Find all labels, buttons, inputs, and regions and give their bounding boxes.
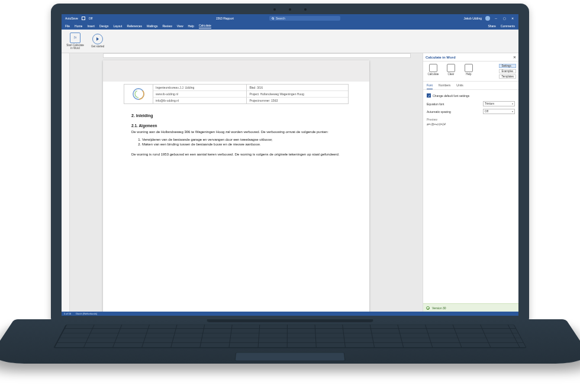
letterhead-table: Ingenieursbureau J.J. Udding Blad: 3/16 … [124,84,349,104]
auto-spacing-select[interactable]: Off▾ [483,109,515,114]
taskpane-close-icon[interactable]: ✕ [513,55,516,59]
autosave-label: AutoSave [65,17,78,20]
app-screen: AutoSave Off 1563 Rapport Search Jakob U… [62,14,518,316]
tp-tab-numbers[interactable]: Numbers [439,83,450,89]
taskpane-title-bar: Calculate in Word ✕ [423,53,518,61]
tab-help[interactable]: Help [188,24,194,28]
camera-dot [289,8,291,11]
taskpane: Calculate in Word ✕ Calculate Clear Help [423,53,518,312]
equation-font-label: Equation font [427,102,444,106]
tp-help-button[interactable]: Help [461,64,476,79]
para-intro: De woning aan de Hollandseweg 306 te Wag… [131,129,344,134]
tab-review[interactable]: Review [162,24,172,28]
taskpane-body: ✓ Change default font settings Equation … [423,90,518,303]
statusbar: 5 of 16 Dutch (Netherlands) [62,312,518,316]
ribbon-get-started[interactable]: Get started [91,34,104,48]
laptop-trackpad [234,352,345,361]
titlebar: AutoSave Off 1563 Rapport Search Jakob U… [62,14,518,22]
tp-default-font-checkbox[interactable]: ✓ Change default font settings [427,93,515,98]
lh-page: Blad: 3/16 [246,85,348,90]
tp-calculate-button[interactable]: Calculate [426,64,441,79]
eraser-icon [447,64,455,72]
taskpane-tabs: Font Numbers Units [423,82,518,90]
numbered-list: Verwijderen van de bestaande garage en v… [142,138,344,146]
chevron-down-icon: ▾ [512,110,513,113]
help-icon [465,64,473,72]
maximize-icon[interactable]: ▢ [502,16,507,21]
tp-settings-button[interactable]: Settings [499,64,516,68]
tp-tab-font[interactable]: Font [427,83,433,89]
tab-layout[interactable]: Layout [114,24,123,28]
tab-home[interactable]: Home [75,24,82,28]
version-bar: Version 30 [423,303,518,312]
preview-label: Preview [427,118,515,121]
version-text: Version 30 [432,306,446,310]
equation-font-select[interactable]: Trinitum▾ [483,101,515,106]
calculate-icon: ƒx [70,33,80,43]
para-history: De woning is rond 1953 gebouwd en een aa… [131,152,344,157]
autosave-state[interactable]: Off [89,17,93,20]
auto-spacing-label: Automatic spacing [427,110,451,114]
save-icon[interactable] [82,17,85,20]
tab-insert[interactable]: Insert [87,24,95,28]
lh-website: www.ib-udding.nl [153,90,246,97]
status-page[interactable]: 5 of 16 [64,312,71,315]
lh-email: info@ib-udding.nl [153,97,246,103]
play-icon [92,34,103,44]
tp-tab-units[interactable]: Units [456,83,463,89]
tp-examples-button[interactable]: Examples [499,69,516,73]
tp-clear-button[interactable]: Clear [443,64,459,79]
vertical-ruler [62,53,70,312]
heading-2: 2. Inleiding [131,114,344,118]
svg-point-2 [135,90,142,98]
tab-file[interactable]: File [65,24,70,28]
workspace: Ingenieursbureau J.J. Udding Blad: 3/16 … [62,53,518,312]
lh-projectno: Projectnummer: 1563 [246,97,348,103]
calculator-icon [429,64,437,72]
tab-calculate[interactable]: Calculate [199,24,211,28]
horizontal-ruler [103,53,411,58]
lh-project: Project: Hollandseweg Wageningen Hoog [246,90,348,97]
taskpane-title: Calculate in Word [426,56,456,59]
close-icon[interactable]: ✕ [510,16,515,21]
search-box[interactable]: Search [269,16,340,21]
laptop-hinge [207,319,373,322]
taskpane-toolbar: Calculate Clear Help Settings Examples T… [423,61,518,82]
search-placeholder: Search [276,17,285,20]
chevron-down-icon: ▾ [512,102,513,105]
search-icon [272,17,274,20]
laptop-keyboard [53,325,527,348]
list-item: Verwijderen van de bestaande garage en v… [142,138,344,141]
tab-view[interactable]: View [177,24,183,28]
tab-references[interactable]: References [127,24,143,28]
checkbox-icon: ✓ [427,93,431,98]
user-name[interactable]: Jakob Udding [463,17,482,20]
list-item: Maken van een binding tussen de bestaand… [142,142,344,146]
laptop-base [0,319,580,364]
company-logo [124,85,153,103]
status-lang[interactable]: Dutch (Netherlands) [76,312,97,315]
share-button[interactable]: Share [488,24,495,28]
avatar[interactable] [485,16,490,21]
laptop-frame: AutoSave Off 1563 Rapport Search Jakob U… [51,4,529,322]
page[interactable]: Ingenieursbureau J.J. Udding Blad: 3/16 … [103,60,369,312]
preview-value: a=√(b²+c²)=14 [427,122,515,126]
document-body[interactable]: 2. Inleiding 2.1. Algemeen De woning aan… [103,104,369,166]
ribbon: ƒx Start Calculate in Word Get started [62,30,518,53]
page-header-band [103,60,369,82]
check-circle-icon [426,306,430,310]
heading-2-1: 2.1. Algemeen [131,124,344,128]
tab-mailings[interactable]: Mailings [147,24,157,28]
tab-design[interactable]: Design [99,24,109,28]
document-area[interactable]: Ingenieursbureau J.J. Udding Blad: 3/16 … [70,53,423,312]
lh-company: Ingenieursbureau J.J. Udding [153,85,246,90]
ribbon-start-calculate[interactable]: ƒx Start Calculate in Word [65,33,85,50]
comments-button[interactable]: Comments [501,24,515,28]
ribbon-start-label: Start Calculate in Word [65,44,85,50]
minimize-icon[interactable]: ─ [494,16,498,21]
tp-templates-button[interactable]: Templates [499,74,516,79]
ribbon-tabs: File Home Insert Design Layout Reference… [62,22,518,30]
preview-block: Preview a=√(b²+c²)=14 [427,118,515,126]
ribbon-getstarted-label: Get started [91,46,104,48]
document-title: 1563 Rapport [216,17,234,20]
